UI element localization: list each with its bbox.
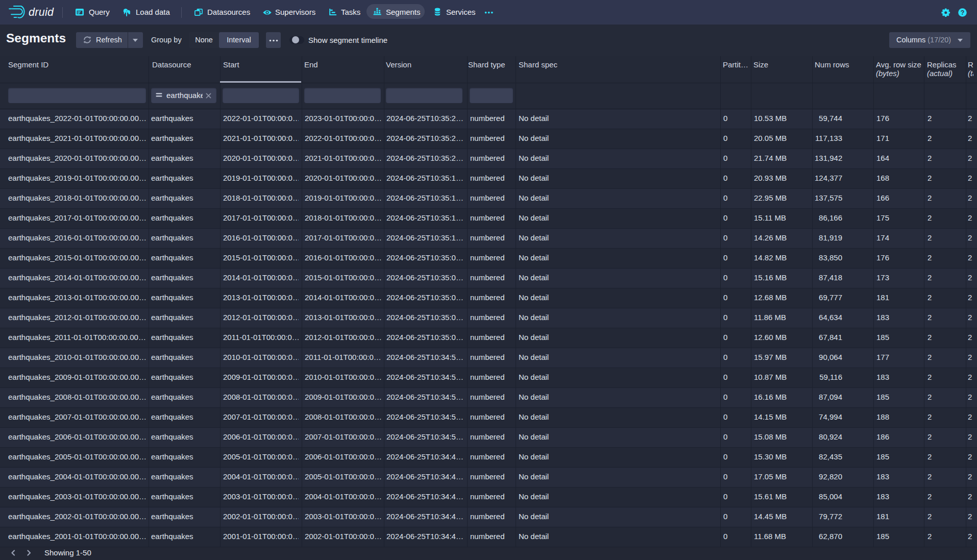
svg-text:?: ? <box>960 9 964 16</box>
